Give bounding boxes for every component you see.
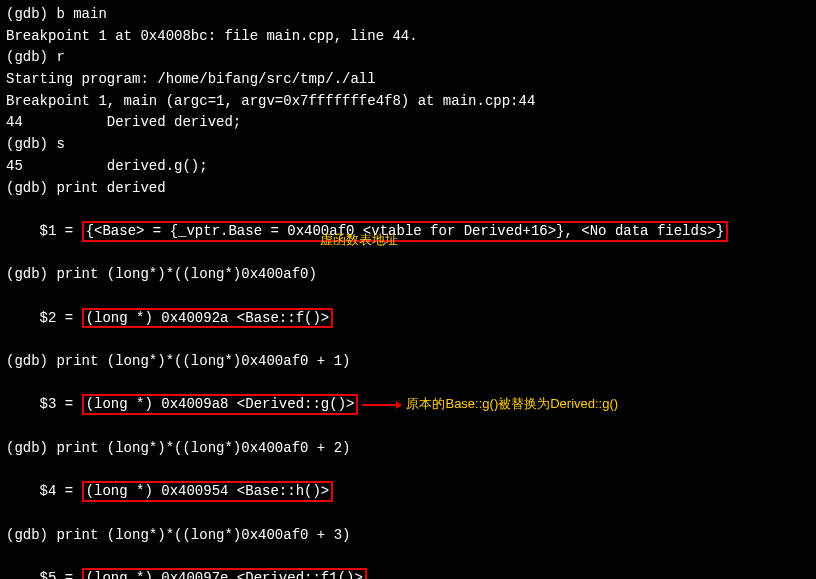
- gdb-line: (gdb) print (long*)*((long*)0x400af0 + 1…: [6, 351, 810, 373]
- gdb-line: (gdb) s: [6, 134, 810, 156]
- boxed-result: (long *) 0x4009a8 <Derived::g()>: [82, 394, 359, 415]
- result-prefix: $1 =: [40, 223, 82, 239]
- gdb-line: 44 Derived derived;: [6, 112, 810, 134]
- boxed-result: (long *) 0x400954 <Base::h()>: [82, 481, 334, 502]
- result-prefix: $3 =: [40, 396, 82, 412]
- gdb-line: Breakpoint 1, main (argc=1, argv=0x7ffff…: [6, 91, 810, 113]
- result-prefix: $4 =: [40, 483, 82, 499]
- terminal-window: 虚函数表地址 (gdb) b main Breakpoint 1 at 0x40…: [0, 0, 816, 579]
- gdb-line: $3 = (long *) 0x4009a8 <Derived::g()>原本的…: [6, 373, 810, 438]
- gdb-line: Starting program: /home/bifang/src/tmp/.…: [6, 69, 810, 91]
- gdb-line: (gdb) r: [6, 47, 810, 69]
- gdb-line: (gdb) print (long*)*((long*)0x400af0 + 2…: [6, 438, 810, 460]
- gdb-line: (gdb) print (long*)*((long*)0x400af0 + 3…: [6, 525, 810, 547]
- boxed-result: {<Base> = {_vptr.Base = 0x400af0 <vtable…: [82, 221, 729, 242]
- annotation-replaced: 原本的Base::g()被替换为Derived::g(): [406, 396, 618, 411]
- gdb-line: Breakpoint 1 at 0x4008bc: file main.cpp,…: [6, 26, 810, 48]
- gdb-line: (gdb) print derived: [6, 178, 810, 200]
- svg-marker-1: [396, 401, 402, 409]
- boxed-result: (long *) 0x40092a <Base::f()>: [82, 308, 334, 329]
- arrow-right-icon: [362, 394, 402, 416]
- gdb-line: $4 = (long *) 0x400954 <Base::h()>: [6, 459, 810, 524]
- annotation-vtable-addr: 虚函数表地址: [320, 230, 398, 250]
- gdb-line: 45 derived.g();: [6, 156, 810, 178]
- gdb-line: $1 = {<Base> = {_vptr.Base = 0x400af0 <v…: [6, 199, 810, 264]
- boxed-result: (long *) 0x40097e <Derived::f1()>: [82, 568, 367, 579]
- gdb-line: (gdb) b main: [6, 4, 810, 26]
- gdb-line: $5 = (long *) 0x40097e <Derived::f1()>: [6, 546, 810, 579]
- gdb-line: (gdb) print (long*)*((long*)0x400af0): [6, 264, 810, 286]
- gdb-line: $2 = (long *) 0x40092a <Base::f()>: [6, 286, 810, 351]
- result-prefix: $2 =: [40, 310, 82, 326]
- result-prefix: $5 =: [40, 570, 82, 579]
